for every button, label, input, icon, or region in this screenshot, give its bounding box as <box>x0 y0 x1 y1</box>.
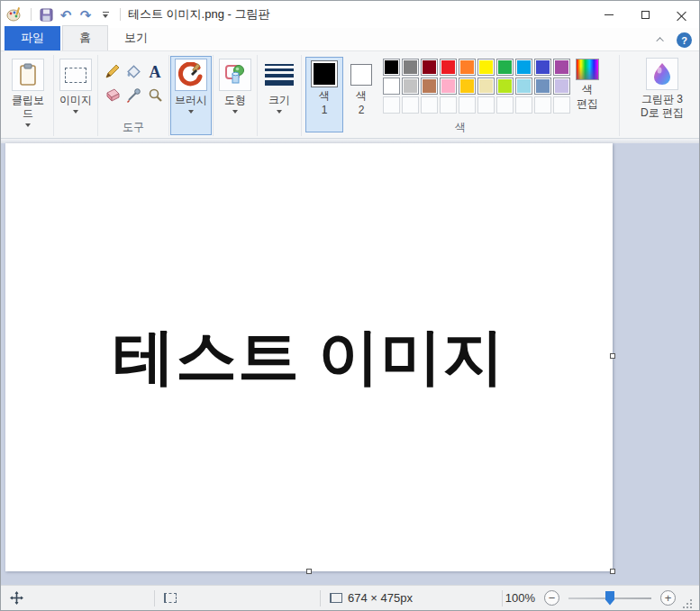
shapes-label: 도형 <box>224 94 246 107</box>
edit-with-paint3d-button[interactable]: 그림판 3D로 편집 <box>641 56 684 120</box>
palette-swatch[interactable] <box>421 59 438 76</box>
paint-canvas[interactable]: 테스트 이미지 <box>5 143 613 571</box>
palette-swatch[interactable] <box>383 96 400 114</box>
text-tool-icon: A <box>150 64 161 80</box>
brushes-button[interactable]: 브러시 <box>170 56 212 135</box>
collapse-ribbon-button[interactable] <box>654 33 668 46</box>
save-button[interactable] <box>36 5 56 24</box>
selection-size-icon <box>164 593 177 603</box>
redo-button[interactable]: ↷ <box>76 5 95 24</box>
palette-swatch[interactable] <box>496 96 514 114</box>
palette-swatch[interactable] <box>459 78 476 95</box>
palette-swatch[interactable] <box>440 96 457 114</box>
fill-bucket-icon <box>125 64 142 80</box>
palette-swatch[interactable] <box>515 59 532 76</box>
dropdown-arrow-icon <box>73 110 78 114</box>
minimize-button[interactable] <box>591 1 627 28</box>
shapes-icon <box>223 63 247 87</box>
color2-button[interactable]: 색2 <box>345 57 377 120</box>
zoom-out-button[interactable]: − <box>544 590 559 606</box>
palette-swatch[interactable] <box>421 78 438 95</box>
chevron-up-icon <box>656 37 663 44</box>
statusbar-separator <box>502 590 503 606</box>
window-title: 테스트 이미지.png - 그림판 <box>128 6 269 23</box>
magnifier-tool-button[interactable] <box>145 85 165 106</box>
magnifier-icon <box>147 87 163 104</box>
palette-swatch[interactable] <box>402 78 419 95</box>
edit-colors-button[interactable]: 색편집 <box>576 57 599 111</box>
palette-swatch[interactable] <box>383 78 400 95</box>
image-group: 이미지 <box>54 53 97 138</box>
palette-swatch[interactable] <box>515 78 532 95</box>
maximize-button[interactable] <box>627 1 663 28</box>
undo-button[interactable]: ↶ <box>56 5 76 24</box>
colors-group-label: 색 <box>302 120 619 135</box>
canvas-resize-handle-right[interactable] <box>610 353 615 359</box>
palette-swatch[interactable] <box>496 78 514 95</box>
tab-file[interactable]: 파일 <box>5 26 60 50</box>
size-button[interactable]: 크기 <box>259 56 300 115</box>
close-button[interactable] <box>663 1 699 28</box>
palette-swatch[interactable] <box>477 59 495 76</box>
zoom-level: 100% <box>505 591 535 605</box>
tab-view[interactable]: 보기 <box>108 26 164 50</box>
dropdown-arrow-icon <box>25 123 31 127</box>
paint3d-icon-box <box>646 58 678 90</box>
tab-home[interactable]: 홈 <box>62 25 108 50</box>
eraser-tool-button[interactable] <box>102 85 122 106</box>
zoom-slider[interactable] <box>568 590 651 606</box>
palette-swatch[interactable] <box>421 96 438 114</box>
palette-swatch[interactable] <box>477 78 495 95</box>
palette-swatch[interactable] <box>477 96 495 114</box>
select-icon-box <box>59 59 92 91</box>
select-button[interactable]: 이미지 <box>55 56 96 115</box>
color2-swatch <box>350 64 372 86</box>
zoom-controls: 100% − + <box>505 590 699 606</box>
brushes-label: 브러시 <box>175 94 207 107</box>
title-bar: ↶ ↷ 테스트 이미지.png - 그림판 <box>1 1 699 28</box>
clipboard-label: 클립보드 <box>7 94 49 121</box>
palette-swatch[interactable] <box>440 78 457 95</box>
image-size-icon <box>330 593 342 603</box>
palette-swatch[interactable] <box>553 59 570 76</box>
palette-swatch[interactable] <box>496 59 514 76</box>
qat-separator <box>120 8 121 21</box>
clipboard-button[interactable]: 클립보드 <box>3 56 53 129</box>
brush-icon-box <box>175 59 207 91</box>
canvas-resize-handle-bottom[interactable] <box>306 569 312 574</box>
tools-group: A <box>98 53 168 138</box>
pencil-tool-button[interactable] <box>102 61 122 83</box>
color-picker-tool-button[interactable] <box>123 85 143 106</box>
zoom-in-button[interactable]: + <box>660 590 676 606</box>
image-label: 이미지 <box>59 94 92 107</box>
palette-swatch[interactable] <box>383 59 400 76</box>
fill-tool-button[interactable] <box>123 61 143 83</box>
undo-icon: ↶ <box>60 8 72 22</box>
select-icon <box>65 68 86 83</box>
selection-size-section <box>155 586 320 610</box>
palette-swatch[interactable] <box>534 59 551 76</box>
ribbon-tab-row: 파일 홈 보기 ? <box>1 28 699 51</box>
zoom-slider-thumb[interactable] <box>605 591 614 606</box>
status-bar: 674 × 475px 100% − + <box>1 585 699 610</box>
dropdown-arrow-icon <box>277 110 282 114</box>
palette-swatch[interactable] <box>553 78 570 95</box>
image-size-section: 674 × 475px <box>321 586 502 610</box>
help-button[interactable]: ? <box>677 32 692 48</box>
palette-swatch[interactable] <box>534 96 551 114</box>
text-tool-button[interactable]: A <box>145 61 165 83</box>
palette-swatch[interactable] <box>440 59 457 76</box>
tools-grid: A <box>102 61 165 106</box>
palette-swatch[interactable] <box>534 78 551 95</box>
canvas-resize-handle-corner[interactable] <box>610 569 615 574</box>
palette-swatch[interactable] <box>402 59 419 76</box>
qat-customize-button[interactable] <box>95 5 115 24</box>
palette-swatch[interactable] <box>402 96 419 114</box>
palette-swatch[interactable] <box>459 96 476 114</box>
palette-swatch[interactable] <box>459 59 476 76</box>
shapes-button[interactable]: 도형 <box>214 56 256 115</box>
palette-swatch[interactable] <box>515 96 532 114</box>
window-resize-grip[interactable] <box>683 599 692 608</box>
eraser-icon <box>104 88 121 103</box>
palette-swatch[interactable] <box>553 96 570 114</box>
